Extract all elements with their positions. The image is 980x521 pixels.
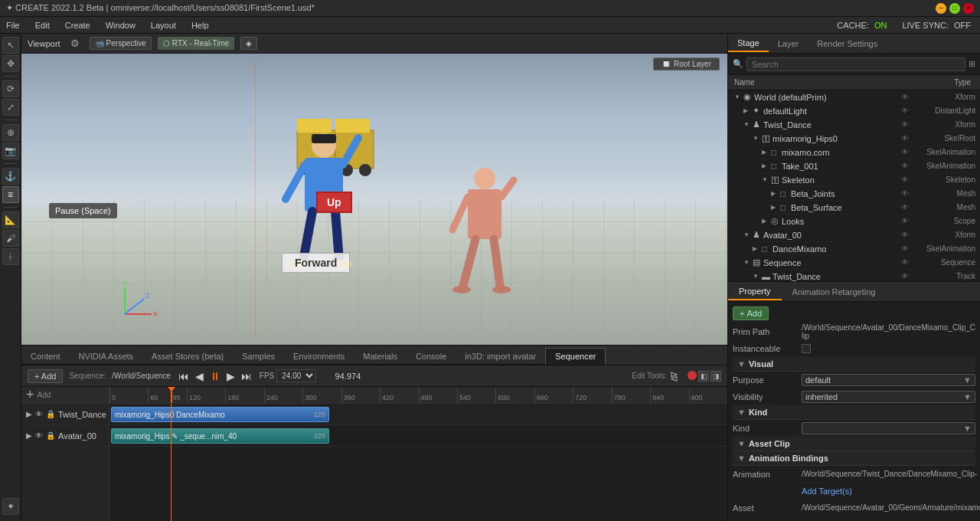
tree-expand-12[interactable]: ▼	[743, 259, 753, 266]
tab-nvidia-assets[interactable]: NVIDIA Assets	[70, 349, 143, 365]
tab-layer[interactable]: Layer	[769, 36, 808, 51]
instanceable-checkbox[interactable]	[802, 344, 811, 353]
tree-vis-0[interactable]: 👁	[899, 93, 911, 101]
tree-vis-5[interactable]: 👁	[899, 162, 911, 170]
seq-skip-end-button[interactable]: ⏭	[240, 369, 253, 384]
search-input[interactable]	[746, 57, 965, 71]
menu-edit[interactable]: Edit	[32, 19, 53, 31]
timeline-ruler[interactable]: 0609512018024030036042048054060066072078…	[109, 387, 727, 404]
purpose-dropdown[interactable]: default ▼	[802, 374, 975, 386]
tree-vis-12[interactable]: 👁	[899, 258, 911, 267]
tool-gizmo[interactable]: ⊕	[2, 124, 19, 141]
record-button[interactable]	[688, 371, 697, 380]
tree-expand-4[interactable]: ▶	[762, 149, 771, 156]
tree-vis-11[interactable]: 👁	[899, 244, 911, 253]
seq-btn-1[interactable]: ◧	[698, 371, 709, 382]
tree-vis-4[interactable]: 👁	[899, 148, 911, 156]
sequencer-add-button[interactable]: + Add	[28, 369, 63, 383]
tab-sequencer[interactable]: Sequencer	[545, 348, 606, 365]
tree-item-5[interactable]: ▶□Take_001👁SkelAnimation	[728, 159, 980, 173]
tab-console[interactable]: Console	[407, 349, 456, 365]
tree-expand-13[interactable]: ▼	[753, 273, 762, 280]
track-expand-icon-1[interactable]: ▶	[26, 410, 32, 418]
track-row-2[interactable]: mixamorig_Hips ✎ _seque...nim_40 225	[109, 425, 727, 447]
track-vis-icon-1[interactable]: 👁	[35, 410, 43, 418]
tool-settings[interactable]: ✦	[2, 498, 19, 515]
tree-vis-8[interactable]: 👁	[899, 203, 911, 211]
tab-asset-stores[interactable]: Asset Stores (beta)	[142, 349, 233, 365]
tree-expand-8[interactable]: ▶	[771, 204, 780, 211]
tool-scale[interactable]: ⤢	[2, 99, 19, 116]
asset-clip-section[interactable]: ▼ Asset Clip	[733, 437, 975, 451]
clip-bar-2[interactable]: mixamorig_Hips ✎ _seque...nim_40 225	[111, 428, 329, 444]
seq-play-button[interactable]: ▶	[225, 369, 237, 384]
tool-snap[interactable]: ⚓	[2, 168, 19, 185]
minimize-button[interactable]: ─	[936, 3, 946, 14]
tab-stage[interactable]: Stage	[728, 35, 769, 52]
tree-expand-11[interactable]: ▶	[753, 245, 762, 252]
tree-expand-0[interactable]: ▼	[734, 93, 743, 100]
tab-environments[interactable]: Environments	[284, 349, 354, 365]
tree-vis-2[interactable]: 👁	[899, 120, 911, 129]
kind-dropdown[interactable]: ▼	[802, 422, 975, 434]
tree-vis-10[interactable]: 👁	[899, 231, 911, 239]
viewport-canvas[interactable]: Up Forward Pause (Space) X Y Z	[21, 54, 727, 345]
tool-measure[interactable]: 📐	[2, 211, 19, 228]
tab-render-settings[interactable]: Render Settings	[808, 36, 887, 51]
tree-item-13[interactable]: ▼▬Twist_Dance👁Track	[728, 270, 980, 281]
tree-expand-6[interactable]: ▼	[762, 176, 771, 183]
tree-item-7[interactable]: ▶□Beta_Joints👁Mesh	[728, 187, 980, 201]
playhead-marker[interactable]	[171, 387, 172, 403]
tree-expand-2[interactable]: ▼	[743, 121, 753, 128]
seq-btn-2[interactable]: ◨	[710, 371, 721, 382]
root-layer-button[interactable]: 🔲 Root Layer	[653, 57, 720, 70]
tree-item-1[interactable]: ▶✦defaultLight👁DistantLight	[728, 104, 980, 118]
tree-expand-1[interactable]: ▶	[743, 107, 753, 114]
menu-create[interactable]: Create	[62, 19, 93, 31]
fps-select[interactable]: 24.00 30.00 60.00	[276, 369, 316, 382]
tree-vis-9[interactable]: 👁	[899, 217, 911, 225]
tool-layers[interactable]: ≡	[2, 186, 19, 203]
tree-vis-1[interactable]: 👁	[899, 106, 911, 115]
tree-expand-5[interactable]: ▶	[762, 162, 771, 169]
search-filter-icon[interactable]: ⊞	[969, 59, 975, 69]
tree-item-12[interactable]: ▼▤Sequence👁Sequence	[728, 256, 980, 270]
seq-pause-button[interactable]: ⏸	[208, 369, 222, 384]
menu-layout[interactable]: Layout	[148, 19, 179, 31]
tab-content[interactable]: Content	[21, 349, 70, 365]
viewport-extra-btn[interactable]: ◈	[240, 37, 257, 50]
add-track-icon[interactable]: +	[26, 387, 34, 403]
seq-skip-start-button[interactable]: ⏮	[177, 369, 191, 384]
perspective-button[interactable]: 📹 Perspective	[90, 37, 152, 50]
tab-in3d[interactable]: in3D: import avatar	[456, 349, 545, 365]
menu-file[interactable]: File	[3, 19, 23, 31]
tree-vis-6[interactable]: 👁	[899, 175, 911, 184]
add-prim-button[interactable]: + Add	[733, 306, 769, 320]
tree-item-11[interactable]: ▶□DanceMixamo👁SkelAnimation	[728, 242, 980, 256]
tool-camera[interactable]: 📷	[2, 143, 19, 159]
tool-extra[interactable]: ⟊	[2, 248, 19, 265]
prop-tab-property[interactable]: Property	[728, 283, 782, 300]
tree-expand-9[interactable]: ▶	[762, 218, 771, 224]
tree-expand-3[interactable]: ▼	[753, 135, 762, 142]
tree-item-9[interactable]: ▶◎Looks👁Scope	[728, 215, 980, 228]
tree-expand-10[interactable]: ▼	[743, 231, 753, 238]
kind-section[interactable]: ▼ Kind	[733, 405, 975, 420]
clip-bar-1[interactable]: mixamorig_Hips0 DanceMixamo 225	[111, 407, 329, 422]
tool-paint[interactable]: 🖌	[2, 230, 19, 247]
menu-help[interactable]: Help	[188, 19, 212, 31]
seq-prev-frame-button[interactable]: ◀	[194, 369, 205, 384]
close-button[interactable]: ✕	[963, 3, 974, 14]
tab-materials[interactable]: Materials	[354, 349, 407, 365]
anim-bindings-section[interactable]: ▼ Animation Bindings	[733, 451, 975, 466]
tree-vis-7[interactable]: 👁	[899, 189, 911, 198]
add-targets-link[interactable]: Add Target(s)	[802, 487, 852, 496]
visual-section[interactable]: ▼ Visual	[733, 357, 975, 372]
tree-item-4[interactable]: ▶□mixamo.com👁SkelAnimation	[728, 146, 980, 159]
track-lock-icon-1[interactable]: 🔒	[46, 410, 55, 418]
tree-item-0[interactable]: ▼◉World (defaultPrim)👁Xform	[728, 90, 980, 104]
tool-move[interactable]: ✥	[2, 55, 19, 72]
viewport-settings-btn[interactable]: ⚙	[67, 35, 83, 52]
track-expand-icon-2[interactable]: ▶	[26, 431, 32, 440]
maximize-button[interactable]: □	[949, 3, 960, 14]
